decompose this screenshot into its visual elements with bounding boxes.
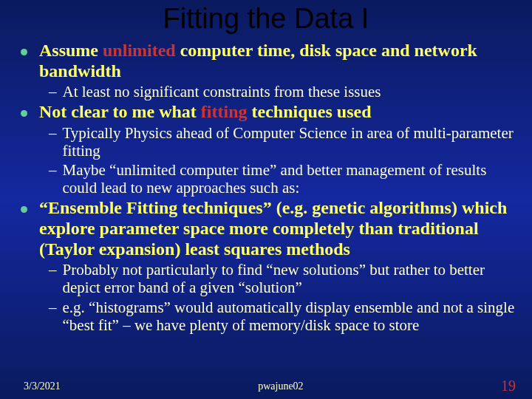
bullet-text: Assume unlimited computer time, disk spa… bbox=[39, 41, 522, 81]
bullet-icon bbox=[21, 110, 27, 117]
slide-body: Assume unlimited computer time, disk spa… bbox=[0, 41, 532, 334]
sub-text: Typically Physics ahead of Computer Scie… bbox=[63, 124, 522, 160]
sub-text: At least no significant constraints from… bbox=[63, 83, 381, 100]
dash-icon: – bbox=[49, 83, 57, 100]
sub-item: – Probably not particularly to find “new… bbox=[21, 261, 522, 296]
bullet-item: Not clear to me what fitting techniques … bbox=[21, 102, 522, 123]
sub-item: – e.g. “histograms” would automatically … bbox=[21, 299, 522, 334]
slide-number: 19 bbox=[501, 378, 516, 395]
dash-icon: – bbox=[49, 124, 57, 142]
sub-item: – Maybe “unlimited computer time” and be… bbox=[21, 161, 522, 197]
bullet-text: “Ensemble Fitting techniques” (e.g. gene… bbox=[39, 198, 522, 259]
sub-item: – At least no significant constraints fr… bbox=[21, 83, 522, 100]
dash-icon: – bbox=[49, 299, 57, 316]
slide-title: Fitting the Data I bbox=[0, 0, 532, 41]
footer-label: pwajune02 bbox=[258, 381, 303, 392]
footer-date: 3/3/2021 bbox=[24, 381, 61, 392]
sub-item: – Typically Physics ahead of Computer Sc… bbox=[21, 124, 522, 160]
footer: 3/3/2021 pwajune02 19 bbox=[0, 378, 532, 395]
sub-text: e.g. “histograms” would automatically di… bbox=[63, 299, 522, 334]
sub-text: Probably not particularly to find “new s… bbox=[63, 261, 522, 296]
bullet-item: Assume unlimited computer time, disk spa… bbox=[21, 41, 522, 81]
bullet-item: “Ensemble Fitting techniques” (e.g. gene… bbox=[21, 198, 522, 259]
dash-icon: – bbox=[49, 161, 57, 179]
sub-text: Maybe “unlimited computer time” and bett… bbox=[63, 161, 522, 197]
bullet-icon bbox=[21, 206, 27, 213]
dash-icon: – bbox=[49, 261, 57, 279]
bullet-text: Not clear to me what fitting techniques … bbox=[39, 102, 372, 123]
bullet-icon bbox=[21, 49, 27, 55]
